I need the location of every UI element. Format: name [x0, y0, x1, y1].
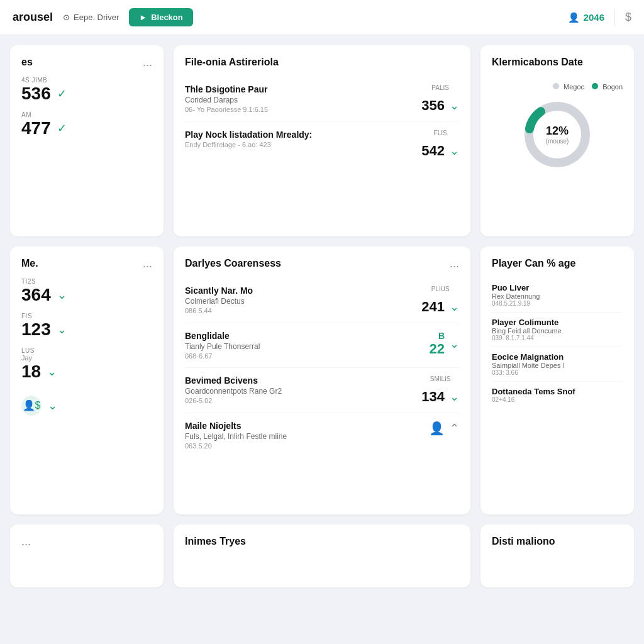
player-name-2: Player Colimunte	[492, 318, 623, 327]
main-grid: es ... 4S JIMB 536 ✓ AM 477 ✓ File-onia …	[0, 35, 644, 644]
person-list-icon: 👤	[429, 421, 445, 436]
player-sub-2: Bing Feid all Doncume	[492, 327, 623, 335]
donut-sub: (mouse)	[546, 138, 569, 145]
list-item-val-wrap-6: 👤 ⌃	[429, 421, 459, 436]
chevron-down-icon-9[interactable]: ⌄	[450, 300, 459, 314]
stat-block-2: AM 477 ✓	[21, 111, 152, 138]
list-item-left-3: Sicantly Nar. Mo Colmeriafi Dectus 086.5…	[185, 286, 421, 314]
list-item-label-3: PLIUS	[431, 286, 450, 292]
chevron-down-icon-10[interactable]: ⌄	[450, 337, 459, 351]
stat-block-4: FIS 123 ⌄	[21, 313, 152, 340]
right-mid-card: Player Can % age Puo Liver Rex Datennung…	[480, 247, 634, 515]
list-item-name-4: Benglidale	[185, 331, 430, 341]
right-top-title: Klermicabons Date	[492, 57, 583, 68]
chevron-up-icon[interactable]: ⌃	[450, 421, 459, 435]
header-divider	[614, 9, 615, 26]
player-code-1: 048.5.21.9.19	[492, 300, 623, 307]
list-item-left-5: Bevimed Bcivens Goardconnentpots Rane Gr…	[185, 375, 421, 404]
list-item-code-6: 063.5.20	[185, 442, 429, 450]
chevron-down-icon-8[interactable]: ⌄	[48, 399, 57, 413]
list-item-sub-4: Tianly Pule Thonserral	[185, 342, 430, 351]
center-mid-header: Darlyes Coarensess ...	[185, 258, 459, 269]
stat-label-3: TI2S	[21, 278, 152, 285]
legend-dot-2	[592, 83, 598, 89]
list-item-code-5: 026-5.02	[185, 397, 421, 404]
player-name-4: Dottaneda Tems Snof	[492, 387, 623, 396]
list-item-val-wrap-2: 542 ⌄	[421, 143, 459, 159]
person-icon: 👤	[568, 12, 580, 23]
stat-value-4: 123	[21, 319, 51, 340]
list-item-right-5: SMILIS 134 ⌄	[421, 375, 459, 405]
list-item-label-1: PALIS	[431, 84, 449, 91]
list-item-val-wrap-3: 241 ⌄	[421, 299, 459, 315]
legend-item-1: Megoc	[553, 83, 584, 91]
extra-icon-row: 👤$ ⌄	[21, 389, 152, 422]
chevron-down-icon-4[interactable]: ⌄	[450, 144, 459, 158]
list-item-name-6: Maile Niojelts	[185, 421, 429, 431]
legend-item-2: Bogon	[592, 83, 623, 91]
app-title: arousel	[13, 11, 53, 24]
stat-label-1: 4S JIMB	[21, 77, 152, 84]
list-item-sub-5: Goardconnentpots Rane Gr2	[185, 387, 421, 396]
list-item-sub-1: Corided Daraps	[185, 96, 421, 104]
list-item-left-2: Play Nock listadation Mrealdy: Endy Deff…	[185, 130, 421, 148]
list-item-code-4: 068-6.67	[185, 352, 430, 360]
player-list-item: Eocice Maignation Saimpiall Moite Depes …	[492, 347, 623, 382]
list-item-left-4: Benglidale Tianly Pule Thonserral 068-6.…	[185, 331, 430, 360]
list-item-name-3: Sicantly Nar. Mo	[185, 286, 421, 296]
stat-block-3: TI2S 364 ⌄	[21, 278, 152, 305]
user-info: ⊙ Eepe. Driver	[63, 13, 119, 22]
donut-center: 12% (mouse)	[546, 125, 569, 145]
chevron-down-icon-3[interactable]: ⌄	[450, 99, 459, 113]
list-item-val-top-4: B	[430, 331, 445, 341]
arrow-right-icon: ►	[139, 13, 147, 22]
chevron-down-icon-1[interactable]: ✓	[57, 87, 67, 101]
list-item-right-4: B 22 ⌄	[430, 331, 459, 357]
legend-dot-1	[553, 83, 559, 89]
donut-chart: 12% (mouse)	[519, 97, 595, 172]
list-item-val-2: 542	[421, 143, 445, 159]
right-bottom-card: Disti maliono	[480, 525, 634, 587]
center-top-title: File-onia Astireriola	[185, 57, 279, 68]
player-name-1: Puo Liver	[492, 283, 623, 292]
stat-value-3: 364	[21, 285, 51, 305]
left-top-menu-button[interactable]: ...	[143, 57, 152, 68]
player-sub-1: Rex Datennung	[492, 292, 623, 300]
list-item-code-3: 086.5.44	[185, 307, 421, 314]
player-code-4: 02+4.16	[492, 396, 623, 403]
username: Eepe. Driver	[74, 13, 119, 22]
list-item-val-5: 134	[421, 389, 445, 405]
donut-wrap: Megoc Bogon 12% (mouse)	[492, 77, 623, 179]
left-top-card-header: es ...	[21, 57, 152, 68]
header: arousel ⊙ Eepe. Driver ► Bleckon 👤 2046 …	[0, 0, 644, 35]
stat-block-1: 4S JIMB 536 ✓	[21, 77, 152, 104]
left-mid-menu-button[interactable]: ...	[143, 258, 152, 269]
list-item-val-wrap-5: 134 ⌄	[421, 389, 459, 405]
list-item-name-5: Bevimed Bcivens	[185, 375, 421, 386]
bleckon-button[interactable]: ► Bleckon	[129, 8, 192, 26]
list-item: Sicantly Nar. Mo Colmeriafi Dectus 086.5…	[185, 278, 459, 323]
stat-value-2: 477	[21, 118, 51, 138]
left-mid-header: Me. ...	[21, 258, 152, 269]
list-item-val-3: 241	[421, 299, 445, 315]
chevron-down-icon-5[interactable]: ⌄	[57, 288, 67, 302]
stat-label-2: AM	[21, 111, 152, 118]
center-mid-list: Sicantly Nar. Mo Colmeriafi Dectus 086.5…	[185, 278, 459, 457]
chevron-down-icon-6[interactable]: ⌄	[57, 323, 67, 336]
player-code-2: 039. 8.1.7.1.44	[492, 335, 623, 341]
chevron-down-icon-2[interactable]: ✓	[57, 121, 67, 135]
list-item-val-wrap-1: 356 ⌄	[421, 97, 459, 114]
center-top-card: File-onia Astireriola Thle Dsigotine Pau…	[174, 45, 470, 236]
chevron-down-icon-7[interactable]: ⌄	[47, 365, 57, 379]
stat-value-row-2: 477 ✓	[21, 118, 152, 138]
center-mid-card: Darlyes Coarensess ... Sicantly Nar. Mo …	[174, 247, 470, 515]
list-item: Bevimed Bcivens Goardconnentpots Rane Gr…	[185, 368, 459, 413]
center-bottom-title: Inimes Tryes	[185, 536, 246, 547]
stat-value-row-4: 123 ⌄	[21, 319, 152, 340]
center-mid-menu-button[interactable]: ...	[450, 258, 459, 269]
list-item: Maile Niojelts Fuls, Lelgal, Inlirh Fest…	[185, 413, 459, 457]
left-top-card: es ... 4S JIMB 536 ✓ AM 477 ✓	[10, 45, 164, 236]
left-bottom-menu-button[interactable]: ...	[21, 536, 31, 547]
chevron-down-icon-11[interactable]: ⌄	[450, 390, 459, 404]
list-item-sub-6: Fuls, Lelgal, Inlirh Festle miine	[185, 432, 429, 441]
